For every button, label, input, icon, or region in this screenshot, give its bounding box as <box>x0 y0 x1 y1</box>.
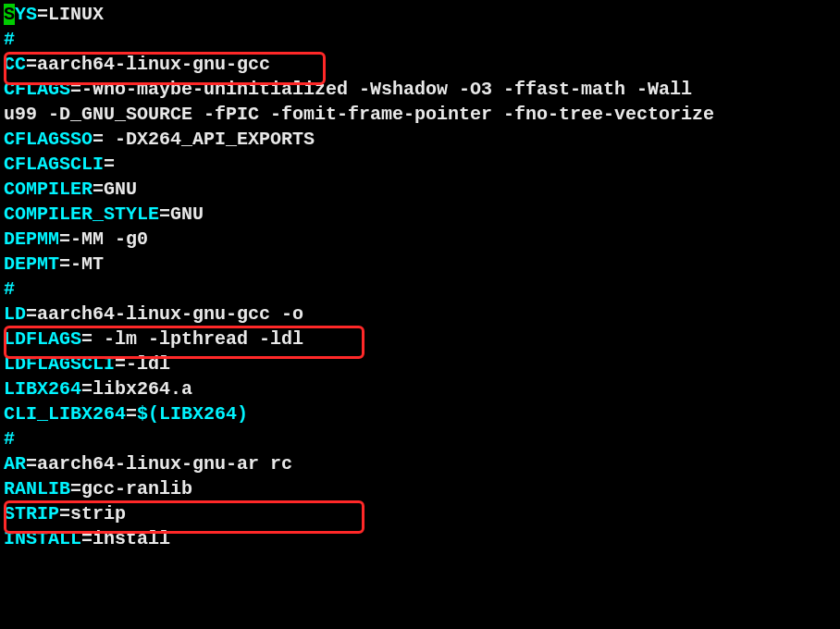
var-value: u99 -D_GNU_SOURCE -fPIC -fomit-frame-poi… <box>4 104 714 125</box>
config-line-sys: SYS=LINUX <box>4 2 836 27</box>
var-name: CFLAGSCLI <box>4 154 104 175</box>
var-value: =aarch64-linux-gnu-gcc -o <box>26 303 303 325</box>
var-name: DEPMT <box>4 253 59 275</box>
config-line-cflagscli: CFLAGSCLI= <box>4 152 836 177</box>
var-name: CLI_LIBX264 <box>4 403 126 425</box>
var-name: CFLAGSSO <box>4 129 93 150</box>
var-name: COMPILER <box>4 179 93 200</box>
var-name: COMPILER_STYLE <box>4 204 159 225</box>
config-line-libx264: LIBX264=libx264.a <box>4 376 836 401</box>
config-line-cflagsso: CFLAGSSO= -DX264_API_EXPORTS <box>4 127 836 152</box>
var-name: CC <box>4 54 26 75</box>
var-name: DEPMM <box>4 228 59 250</box>
var-name: CFLAGS <box>4 79 70 100</box>
var-name: LD <box>4 303 26 325</box>
config-line-ranlib: RANLIB=gcc-ranlib <box>4 476 836 501</box>
var-name: RANLIB <box>4 478 70 500</box>
var-value: =LINUX <box>37 4 104 25</box>
var-value: =-MT <box>59 253 104 275</box>
config-line-ld: LD=aarch64-linux-gnu-gcc -o <box>4 302 836 327</box>
var-name: AR <box>4 453 26 475</box>
config-line-cc: CC=aarch64-linux-gnu-gcc <box>4 52 836 77</box>
config-line-comment: # <box>4 426 836 451</box>
config-line-install: INSTALL=install <box>4 526 836 551</box>
config-line-ar: AR=aarch64-linux-gnu-ar rc <box>4 451 836 476</box>
comment: # <box>4 428 15 450</box>
comment: # <box>4 278 15 300</box>
config-line-cli-libx264: CLI_LIBX264=$(LIBX264) <box>4 401 836 426</box>
config-line-compiler: COMPILER=GNU <box>4 177 836 202</box>
config-line-cflags: CFLAGS=-Wno-maybe-uninitialized -Wshadow… <box>4 77 836 102</box>
var-name: LIBX264 <box>4 378 81 400</box>
var-value: =aarch64-linux-gnu-gcc <box>26 54 270 75</box>
var-value: =GNU <box>159 204 204 225</box>
config-line-compiler-style: COMPILER_STYLE=GNU <box>4 202 836 227</box>
var-value: =aarch64-linux-gnu-ar rc <box>26 453 292 475</box>
config-line-depmt: DEPMT=-MT <box>4 252 836 277</box>
var-value: =strip <box>59 503 126 524</box>
var-value: =-Wno-maybe-uninitialized -Wshadow -O3 -… <box>70 79 692 100</box>
var-value: =GNU <box>93 179 137 200</box>
config-line-depmm: DEPMM=-MM -g0 <box>4 227 836 252</box>
var-value: =-MM -g0 <box>59 228 148 250</box>
var-value: =-ldl <box>115 353 170 375</box>
config-line-ldflags: LDFLAGS= -lm -lpthread -ldl <box>4 327 836 352</box>
var-name: STRIP <box>4 503 59 524</box>
config-line-comment: # <box>4 27 836 52</box>
cursor: S <box>4 4 15 25</box>
var-name: LDFLAGS <box>4 328 81 350</box>
var-value: =gcc-ranlib <box>70 478 192 500</box>
config-line-strip: STRIP=strip <box>4 501 836 526</box>
var-value: =libx264.a <box>81 378 192 400</box>
var-ref: $(LIBX264) <box>137 403 248 425</box>
var-value: = <box>126 403 137 425</box>
var-name: YS <box>15 4 37 25</box>
config-line-comment: # <box>4 277 836 302</box>
var-value: = <box>104 154 115 175</box>
var-name: LDFLAGSCLI <box>4 353 115 375</box>
var-name: INSTALL <box>4 528 81 549</box>
comment: # <box>4 29 15 50</box>
var-value: = -DX264_API_EXPORTS <box>93 129 315 150</box>
config-line-ldflagscli: LDFLAGSCLI=-ldl <box>4 352 836 376</box>
var-value: =install <box>81 528 170 549</box>
config-line-cflags-cont: u99 -D_GNU_SOURCE -fPIC -fomit-frame-poi… <box>4 102 836 127</box>
var-value: = -lm -lpthread -ldl <box>81 328 303 350</box>
